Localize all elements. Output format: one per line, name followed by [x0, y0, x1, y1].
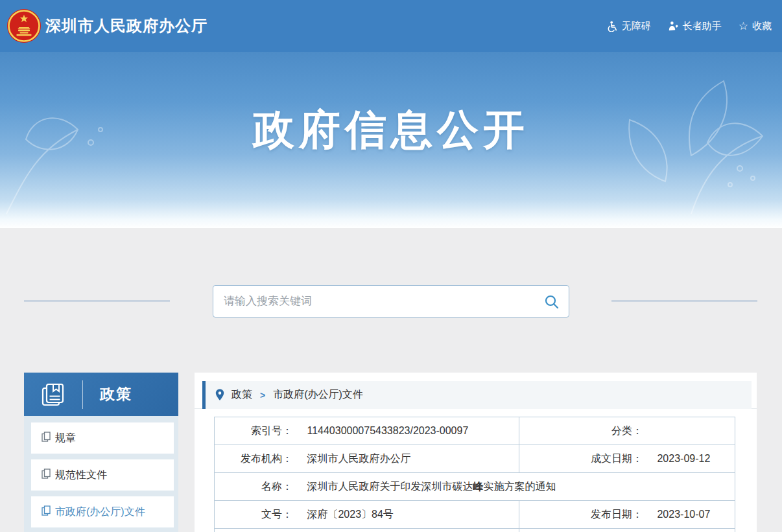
- document-number-value: 深府〔2023〕84号: [307, 509, 393, 520]
- sidebar-header: 政策: [24, 373, 178, 416]
- search-button[interactable]: [543, 294, 560, 310]
- top-utility-links: 无障碍 长者助手 ☆ 收藏: [607, 0, 772, 52]
- decorative-line-left: [24, 301, 170, 301]
- top-header: 深圳市人民政府办公厅 无障碍: [0, 0, 782, 52]
- sidebar-header-label: 政策: [100, 384, 132, 404]
- search-icon: [543, 294, 560, 310]
- breadcrumb-accent-bar: [202, 381, 206, 409]
- table-row-index-category: 索引号： 114403000075433823/2023-00097 分类：: [215, 417, 735, 445]
- index-number-value: 114403000075433823/2023-00097: [307, 425, 468, 436]
- location-pin-icon: [215, 389, 224, 401]
- publish-date-cell: 发布日期： 2023-10-07: [519, 501, 735, 529]
- breadcrumb: 政策 > 市政府(办公厅)文件: [202, 381, 752, 409]
- sidebar-item-label: 市政府(办公厅)文件: [55, 505, 145, 519]
- table-row-name: 名称： 深圳市人民政府关于印发深圳市碳达峰实施方案的通知: [215, 473, 735, 501]
- publisher-value: 深圳市人民政府办公厅: [307, 453, 410, 464]
- table-row-partial: [215, 529, 735, 532]
- table-row-docnumber-publishdate: 文号： 深府〔2023〕84号 发布日期： 2023-10-07: [215, 501, 735, 529]
- banner-title: 政府信息公开: [0, 108, 782, 152]
- elder-helper-link[interactable]: 长者助手: [668, 20, 722, 32]
- accessibility-label: 无障碍: [622, 20, 651, 32]
- sidebar-item-municipal-government-documents[interactable]: 市政府(办公厅)文件: [31, 496, 174, 527]
- favorite-label: 收藏: [752, 20, 772, 32]
- favorite-link[interactable]: ☆ 收藏: [739, 20, 772, 32]
- document-icon: [41, 505, 51, 518]
- breadcrumb-link-policy[interactable]: 政策: [231, 388, 252, 402]
- publisher-label: 发布机构：: [215, 452, 292, 466]
- sidebar-items: 规章 规范性文件 市政府(办公厅)文件: [24, 416, 178, 527]
- index-number-cell: 索引号： 114403000075433823/2023-00097: [215, 417, 519, 445]
- document-icon: [41, 432, 51, 445]
- document-number-cell: 文号： 深府〔2023〕84号: [215, 501, 519, 529]
- sidebar-item-regulations[interactable]: 规章: [31, 422, 174, 454]
- site-title: 深圳市人民政府办公厅: [45, 0, 207, 52]
- index-number-label: 索引号：: [215, 424, 292, 438]
- category-label: 分类：: [519, 424, 643, 438]
- category-cell: 分类：: [519, 417, 735, 445]
- written-date-value: 2023-09-12: [657, 453, 710, 464]
- written-date-label: 成文日期：: [519, 452, 643, 466]
- policy-book-icon: [40, 382, 65, 408]
- sidebar-item-label: 规章: [55, 432, 76, 445]
- sidebar-header-divider: [82, 380, 83, 409]
- document-icon: [41, 468, 51, 481]
- search-input[interactable]: [213, 286, 569, 317]
- page-banner: 政府信息公开: [0, 52, 782, 228]
- publish-date-value: 2023-10-07: [657, 509, 710, 520]
- accessibility-icon: [607, 21, 618, 32]
- elder-helper-label: 长者助手: [683, 20, 722, 32]
- empty-cell: [519, 529, 735, 532]
- decorative-line-right: [611, 301, 757, 301]
- highlighted-keyword: 峰: [473, 481, 483, 492]
- national-emblem-logo: [6, 8, 41, 43]
- document-name-label: 名称：: [215, 480, 292, 494]
- publish-date-label: 发布日期：: [519, 508, 643, 522]
- document-name-cell: 名称： 深圳市人民政府关于印发深圳市碳达峰实施方案的通知: [215, 473, 735, 501]
- star-icon: ☆: [739, 21, 748, 32]
- document-name-value: 深圳市人民政府关于印发深圳市碳达峰实施方案的通知: [307, 481, 556, 492]
- search-box: [213, 285, 569, 318]
- sidebar-item-label: 规范性文件: [55, 468, 107, 482]
- document-number-label: 文号：: [215, 508, 292, 522]
- accessibility-link[interactable]: 无障碍: [607, 20, 651, 32]
- empty-cell: [215, 529, 519, 532]
- page: 深圳市人民政府办公厅 无障碍: [0, 0, 782, 532]
- breadcrumb-row: 政策 > 市政府(办公厅)文件: [195, 373, 757, 409]
- sidebar-item-normative-documents[interactable]: 规范性文件: [31, 459, 174, 491]
- content-panel: 政策 > 市政府(办公厅)文件 索引号： 114403000075433823/…: [195, 373, 757, 532]
- chevron-right-icon: >: [260, 390, 265, 400]
- publisher-cell: 发布机构： 深圳市人民政府办公厅: [215, 445, 519, 473]
- elder-helper-icon: [668, 21, 679, 32]
- document-metadata-table: 索引号： 114403000075433823/2023-00097 分类： 发…: [214, 417, 735, 532]
- sidebar: 政策 规章 规范性文件 市政府(办公厅)文件: [24, 373, 178, 532]
- written-date-cell: 成文日期： 2023-09-12: [519, 445, 735, 473]
- breadcrumb-current: 市政府(办公厅)文件: [273, 388, 363, 402]
- table-row-publisher-date: 发布机构： 深圳市人民政府办公厅 成文日期： 2023-09-12: [215, 445, 735, 473]
